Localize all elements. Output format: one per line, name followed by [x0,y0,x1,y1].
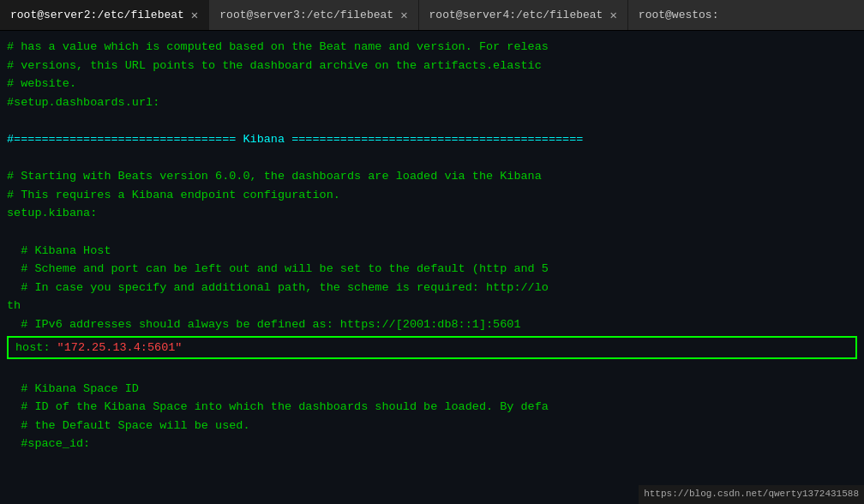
status-url: https://blog.csdn.net/qwerty1372431588 [644,489,859,499]
host-key: host: [15,341,57,354]
line-12: # Kibana Host [0,242,864,261]
line-host: host: "172.25.13.4:5601" [9,338,855,358]
line-1: # has a value which is computed based on… [0,38,864,57]
tab-server4[interactable]: root@server4:/etc/filebeat ✕ [419,0,628,30]
line-22: #space_id: [0,435,864,453]
line-16: # IPv6 addresses should always be define… [0,315,864,334]
line-20: # ID of the Kibana Space into which the … [0,398,864,417]
tab-label-server3: root@server3:/etc/filebeat [219,9,393,21]
line-7 [0,149,864,168]
line-5 [0,111,864,130]
editor-content: # has a value which is computed based on… [0,31,864,504]
tab-close-server4[interactable]: ✕ [609,9,616,21]
host-value: "172.25.13.4:5601" [57,341,183,354]
status-bar: https://blog.csdn.net/qwerty1372431588 [639,485,864,504]
line-14: # In case you specify and additional pat… [0,279,864,297]
line-13: # Scheme and port can be left out and wi… [0,260,864,279]
line-15: th [0,297,864,315]
line-19: # Kibana Space ID [0,380,864,399]
tab-westos[interactable]: root@westos: [628,0,864,30]
tab-label-server4: root@server4:/etc/filebeat [429,9,603,21]
tab-bar: root@server2:/etc/filebeat ✕ root@server… [0,0,864,31]
line-8: # Starting with Beats version 6.0.0, the… [0,167,864,186]
line-3: # website. [0,75,864,93]
highlighted-block: host: "172.25.13.4:5601" [7,336,857,360]
tab-server2[interactable]: root@server2:/etc/filebeat ✕ [0,0,209,30]
line-9: # This requires a Kibana endpoint config… [0,186,864,205]
line-21: # the Default Space will be used. [0,417,864,435]
line-6: #================================ Kibana… [0,130,864,149]
tab-server3[interactable]: root@server3:/etc/filebeat ✕ [209,0,418,30]
line-2: # versions, this URL points to the dashb… [0,57,864,75]
tab-label-westos: root@westos: [639,9,719,21]
line-4: #setup.dashboards.url: [0,93,864,112]
tab-close-server2[interactable]: ✕ [191,9,198,21]
line-10: setup.kibana: [0,204,864,223]
line-11 [0,223,864,242]
line-18 [0,361,864,380]
tab-close-server3[interactable]: ✕ [400,9,407,21]
tab-label-server2: root@server2:/etc/filebeat [10,9,184,21]
